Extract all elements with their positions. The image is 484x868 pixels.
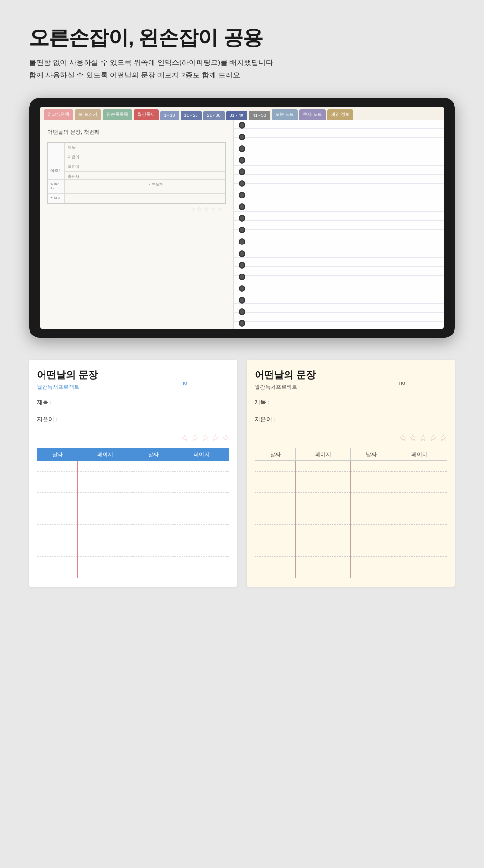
spiral-binding	[234, 120, 250, 329]
cell-page1	[78, 503, 133, 514]
table-row	[255, 514, 447, 525]
ring-4	[239, 157, 245, 164]
table-row	[255, 567, 447, 578]
col-date2: 날짜	[133, 448, 174, 461]
card-cream-stars: ☆ ☆ ☆ ☆ ☆	[255, 432, 447, 443]
card-white-title-field: 제목 :	[37, 398, 229, 407]
card-cream-author-label: 지은이 :	[255, 415, 275, 424]
table-row	[37, 525, 229, 535]
cell-date2	[351, 493, 392, 503]
ring-8	[239, 203, 245, 210]
cell-page2	[392, 482, 447, 493]
tab-21-30[interactable]: 21 - 30	[203, 111, 225, 120]
ring-2	[239, 134, 245, 140]
cell-date1	[255, 557, 296, 567]
ring-18	[239, 320, 245, 327]
table-row	[37, 503, 229, 514]
cell-page2	[174, 535, 229, 546]
tab-31-40[interactable]: 31 - 40	[226, 111, 247, 120]
cell-date2	[351, 557, 392, 567]
tab-left-read[interactable]: 왼손독독목	[103, 109, 132, 120]
form-row-publisher: 작조기 출판이 출판사	[48, 162, 225, 180]
col-page2: 페이지	[174, 448, 229, 461]
cell-page1	[296, 493, 351, 503]
left-page-title: 어떤날의 문장, 첫번째	[47, 128, 226, 136]
ring-7	[239, 192, 245, 198]
card-white-star-4: ☆	[212, 432, 219, 443]
card-cream-subtitle: 월간독서프로젝트	[255, 383, 316, 391]
cell-date2	[133, 482, 174, 493]
card-cream-author-field: 지은이 :	[255, 415, 447, 424]
cell-date1	[255, 535, 296, 546]
cell-page1	[296, 503, 351, 514]
ring-6	[239, 180, 245, 187]
tab-grid-note[interactable]: 모눈 노트	[272, 109, 298, 120]
cell-date2	[351, 514, 392, 525]
card-cream-table: 날짜 페이지 날짜 페이지	[255, 448, 447, 578]
card-cream-star-2: ☆	[409, 432, 417, 443]
tab-personal[interactable]: 개인 정보	[327, 109, 354, 120]
form-label-oneline: 한줄평	[48, 194, 65, 203]
tab-bar: 읽고싶은책 북 트래커 왼손독독목 월간독서 1 - 10 11 - 20 21…	[40, 107, 444, 120]
cell-page2	[174, 557, 229, 567]
cell-date1	[37, 493, 78, 503]
card-white-stars: ☆ ☆ ☆ ☆ ☆	[37, 432, 229, 443]
right-page	[234, 120, 444, 329]
card-white: 어떤날의 문장 월간독서프로젝트 no. 제목 : 지은이 : ☆ ☆ ☆ ☆ …	[29, 360, 237, 587]
table-row	[37, 461, 229, 472]
tab-book-tracker[interactable]: 북 트래커	[75, 109, 101, 120]
star-2: ☆	[197, 206, 202, 213]
ring-11	[239, 238, 245, 245]
cell-page2	[392, 461, 447, 472]
cell-page1	[296, 567, 351, 578]
cell-page1	[296, 514, 351, 525]
form-value-author: 지은이	[65, 152, 225, 162]
card-cream-no-line	[408, 380, 447, 386]
table-row	[37, 567, 229, 578]
table-row	[255, 535, 447, 546]
card-cream-star-5: ☆	[439, 432, 447, 443]
cell-page2	[174, 493, 229, 503]
form-row-title: 제목	[48, 143, 225, 152]
tablet-inner: 읽고싶은책 북 트래커 왼손독독목 월간독서 1 - 10 11 - 20 21…	[40, 107, 444, 329]
card-cream-title-label: 제목 :	[255, 398, 270, 407]
cell-date2	[133, 546, 174, 557]
tab-1-10[interactable]: 1 - 10	[160, 111, 179, 120]
tab-11-20[interactable]: 11 - 20	[181, 111, 202, 120]
cell-page1	[296, 546, 351, 557]
cell-date2	[133, 525, 174, 535]
table-row	[255, 472, 447, 482]
tab-read-wish[interactable]: 읽고싶은책	[44, 109, 73, 120]
cell-date1	[37, 514, 78, 525]
page-subtitle: 불편함 없이 사용하실 수 있도록 위쪽에 인덱스(하이퍼링크)를 배치했답니다…	[29, 56, 455, 81]
cell-page2	[392, 514, 447, 525]
cell-date1	[37, 472, 78, 482]
cell-date2	[351, 546, 392, 557]
stars-row-left: ☆ ☆ ☆ ☆ ☆	[47, 204, 226, 214]
table-row	[255, 525, 447, 535]
cell-date1	[255, 482, 296, 493]
cell-page1	[78, 472, 133, 482]
tab-lined-note[interactable]: 쿠사 노트	[299, 109, 326, 120]
cream-col-page2: 페이지	[392, 448, 447, 461]
cell-date2	[351, 482, 392, 493]
table-row	[255, 557, 447, 567]
card-white-star-2: ☆	[191, 432, 199, 443]
cell-page1	[78, 493, 133, 503]
table-row	[37, 557, 229, 567]
ring-14	[239, 274, 245, 280]
cell-page1	[78, 514, 133, 525]
notebook-area: 어떤날의 문장, 첫번째 제목 지은이 작조기 출판이 출판사	[40, 120, 444, 329]
cell-date1	[37, 525, 78, 535]
card-cream-title-field: 제목 :	[255, 398, 447, 407]
cell-date1	[255, 503, 296, 514]
cell-date1	[37, 546, 78, 557]
cell-date2	[351, 525, 392, 535]
cell-page1	[78, 525, 133, 535]
tab-41-50[interactable]: 41 - 50	[249, 111, 270, 120]
form-date-right: 기록날짜	[145, 180, 225, 193]
form-row-dates: 일을기간 기록날짜	[48, 180, 225, 194]
tab-monthly[interactable]: 월간독서	[134, 109, 159, 120]
cell-date1	[255, 546, 296, 557]
cell-page1	[78, 567, 133, 578]
